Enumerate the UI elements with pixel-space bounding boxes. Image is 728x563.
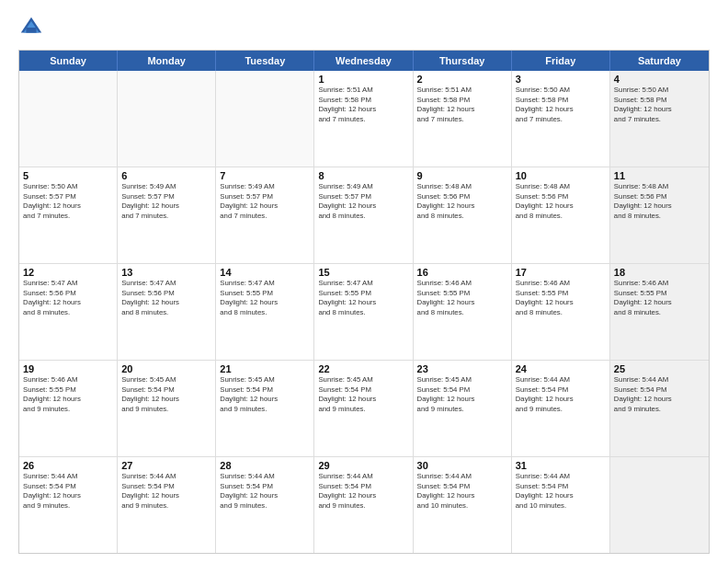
- day-number: 6: [121, 170, 211, 181]
- logo-icon: [18, 15, 44, 40]
- cell-info: Sunrise: 5:45 AM Sunset: 5:54 PM Dayligh…: [417, 375, 507, 414]
- calendar-row: 5Sunrise: 5:50 AM Sunset: 5:57 PM Daylig…: [19, 167, 709, 264]
- cell-info: Sunrise: 5:48 AM Sunset: 5:56 PM Dayligh…: [516, 182, 606, 221]
- cell-info: Sunrise: 5:47 AM Sunset: 5:55 PM Dayligh…: [318, 279, 408, 317]
- day-number: 8: [318, 170, 408, 181]
- day-number: 1: [318, 74, 408, 85]
- calendar-cell: 15Sunrise: 5:47 AM Sunset: 5:55 PM Dayli…: [314, 264, 413, 360]
- day-number: 27: [121, 460, 211, 471]
- calendar-body: 1Sunrise: 5:51 AM Sunset: 5:58 PM Daylig…: [19, 71, 709, 553]
- day-number: 16: [417, 267, 507, 278]
- calendar-row: 26Sunrise: 5:44 AM Sunset: 5:54 PM Dayli…: [19, 457, 709, 553]
- cell-info: Sunrise: 5:44 AM Sunset: 5:54 PM Dayligh…: [220, 472, 310, 511]
- calendar-cell: 30Sunrise: 5:44 AM Sunset: 5:54 PM Dayli…: [414, 457, 512, 553]
- day-number: 26: [23, 460, 113, 471]
- cell-info: Sunrise: 5:44 AM Sunset: 5:54 PM Dayligh…: [121, 472, 211, 511]
- cell-info: Sunrise: 5:50 AM Sunset: 5:58 PM Dayligh…: [516, 86, 606, 124]
- header-day: Sunday: [19, 51, 118, 71]
- calendar-cell: 18Sunrise: 5:46 AM Sunset: 5:55 PM Dayli…: [610, 264, 709, 360]
- calendar-cell: 20Sunrise: 5:45 AM Sunset: 5:54 PM Dayli…: [118, 361, 216, 456]
- cell-info: Sunrise: 5:51 AM Sunset: 5:58 PM Dayligh…: [417, 86, 507, 124]
- cell-info: Sunrise: 5:47 AM Sunset: 5:55 PM Dayligh…: [220, 279, 310, 317]
- cell-info: Sunrise: 5:44 AM Sunset: 5:54 PM Dayligh…: [318, 472, 408, 511]
- day-number: 30: [417, 460, 507, 471]
- svg-rect-2: [26, 28, 36, 33]
- calendar-cell: [19, 71, 118, 167]
- cell-info: Sunrise: 5:44 AM Sunset: 5:54 PM Dayligh…: [614, 375, 705, 414]
- day-number: 25: [614, 363, 705, 374]
- calendar-cell: 13Sunrise: 5:47 AM Sunset: 5:56 PM Dayli…: [118, 264, 216, 360]
- cell-info: Sunrise: 5:46 AM Sunset: 5:55 PM Dayligh…: [516, 279, 606, 317]
- header-day: Friday: [512, 51, 610, 71]
- header: [18, 15, 710, 40]
- day-number: 10: [516, 170, 606, 181]
- calendar-cell: 29Sunrise: 5:44 AM Sunset: 5:54 PM Dayli…: [314, 457, 413, 553]
- day-number: 24: [516, 363, 606, 374]
- calendar-cell: [118, 71, 216, 167]
- calendar-row: 12Sunrise: 5:47 AM Sunset: 5:56 PM Dayli…: [19, 264, 709, 361]
- day-number: 13: [121, 267, 211, 278]
- cell-info: Sunrise: 5:50 AM Sunset: 5:58 PM Dayligh…: [614, 86, 705, 124]
- calendar: SundayMondayTuesdayWednesdayThursdayFrid…: [18, 50, 710, 554]
- logo: [18, 15, 48, 40]
- header-day: Saturday: [610, 51, 709, 71]
- calendar-cell: 1Sunrise: 5:51 AM Sunset: 5:58 PM Daylig…: [314, 71, 413, 167]
- day-number: 14: [220, 267, 310, 278]
- cell-info: Sunrise: 5:46 AM Sunset: 5:55 PM Dayligh…: [23, 375, 113, 414]
- day-number: 23: [417, 363, 507, 374]
- calendar-cell: [610, 457, 709, 553]
- day-number: 31: [516, 460, 606, 471]
- calendar-cell: 22Sunrise: 5:45 AM Sunset: 5:54 PM Dayli…: [314, 361, 413, 456]
- calendar-cell: 19Sunrise: 5:46 AM Sunset: 5:55 PM Dayli…: [19, 361, 118, 456]
- calendar-cell: 24Sunrise: 5:44 AM Sunset: 5:54 PM Dayli…: [512, 361, 610, 456]
- day-number: 7: [220, 170, 310, 181]
- cell-info: Sunrise: 5:49 AM Sunset: 5:57 PM Dayligh…: [318, 182, 408, 221]
- day-number: 18: [614, 267, 705, 278]
- day-number: 21: [220, 363, 310, 374]
- day-number: 3: [516, 74, 606, 85]
- calendar-cell: 14Sunrise: 5:47 AM Sunset: 5:55 PM Dayli…: [216, 264, 314, 360]
- calendar-cell: [216, 71, 314, 167]
- calendar-row: 19Sunrise: 5:46 AM Sunset: 5:55 PM Dayli…: [19, 361, 709, 457]
- header-day: Thursday: [414, 51, 512, 71]
- cell-info: Sunrise: 5:44 AM Sunset: 5:54 PM Dayligh…: [417, 472, 507, 511]
- day-number: 4: [614, 74, 705, 85]
- header-day: Monday: [118, 51, 216, 71]
- calendar-cell: 3Sunrise: 5:50 AM Sunset: 5:58 PM Daylig…: [512, 71, 610, 167]
- calendar-cell: 2Sunrise: 5:51 AM Sunset: 5:58 PM Daylig…: [414, 71, 512, 167]
- cell-info: Sunrise: 5:45 AM Sunset: 5:54 PM Dayligh…: [220, 375, 310, 414]
- calendar-cell: 31Sunrise: 5:44 AM Sunset: 5:54 PM Dayli…: [512, 457, 610, 553]
- calendar-cell: 12Sunrise: 5:47 AM Sunset: 5:56 PM Dayli…: [19, 264, 118, 360]
- calendar-cell: 23Sunrise: 5:45 AM Sunset: 5:54 PM Dayli…: [414, 361, 512, 456]
- day-number: 15: [318, 267, 408, 278]
- day-number: 11: [614, 170, 705, 181]
- calendar-cell: 11Sunrise: 5:48 AM Sunset: 5:56 PM Dayli…: [610, 167, 709, 263]
- calendar-header: SundayMondayTuesdayWednesdayThursdayFrid…: [19, 51, 709, 71]
- cell-info: Sunrise: 5:44 AM Sunset: 5:54 PM Dayligh…: [23, 472, 113, 511]
- day-number: 20: [121, 363, 211, 374]
- header-day: Wednesday: [314, 51, 413, 71]
- cell-info: Sunrise: 5:45 AM Sunset: 5:54 PM Dayligh…: [121, 375, 211, 414]
- calendar-cell: 7Sunrise: 5:49 AM Sunset: 5:57 PM Daylig…: [216, 167, 314, 263]
- calendar-cell: 27Sunrise: 5:44 AM Sunset: 5:54 PM Dayli…: [118, 457, 216, 553]
- cell-info: Sunrise: 5:49 AM Sunset: 5:57 PM Dayligh…: [121, 182, 211, 221]
- calendar-cell: 4Sunrise: 5:50 AM Sunset: 5:58 PM Daylig…: [610, 71, 709, 167]
- calendar-cell: 16Sunrise: 5:46 AM Sunset: 5:55 PM Dayli…: [414, 264, 512, 360]
- day-number: 19: [23, 363, 113, 374]
- calendar-cell: 25Sunrise: 5:44 AM Sunset: 5:54 PM Dayli…: [610, 361, 709, 456]
- header-day: Tuesday: [216, 51, 314, 71]
- calendar-cell: 6Sunrise: 5:49 AM Sunset: 5:57 PM Daylig…: [118, 167, 216, 263]
- cell-info: Sunrise: 5:50 AM Sunset: 5:57 PM Dayligh…: [23, 182, 113, 221]
- day-number: 29: [318, 460, 408, 471]
- cell-info: Sunrise: 5:45 AM Sunset: 5:54 PM Dayligh…: [318, 375, 408, 414]
- calendar-cell: 17Sunrise: 5:46 AM Sunset: 5:55 PM Dayli…: [512, 264, 610, 360]
- cell-info: Sunrise: 5:48 AM Sunset: 5:56 PM Dayligh…: [417, 182, 507, 221]
- cell-info: Sunrise: 5:46 AM Sunset: 5:55 PM Dayligh…: [417, 279, 507, 317]
- day-number: 22: [318, 363, 408, 374]
- calendar-cell: 28Sunrise: 5:44 AM Sunset: 5:54 PM Dayli…: [216, 457, 314, 553]
- cell-info: Sunrise: 5:49 AM Sunset: 5:57 PM Dayligh…: [220, 182, 310, 221]
- calendar-cell: 26Sunrise: 5:44 AM Sunset: 5:54 PM Dayli…: [19, 457, 118, 553]
- cell-info: Sunrise: 5:46 AM Sunset: 5:55 PM Dayligh…: [614, 279, 705, 317]
- day-number: 17: [516, 267, 606, 278]
- calendar-cell: 10Sunrise: 5:48 AM Sunset: 5:56 PM Dayli…: [512, 167, 610, 263]
